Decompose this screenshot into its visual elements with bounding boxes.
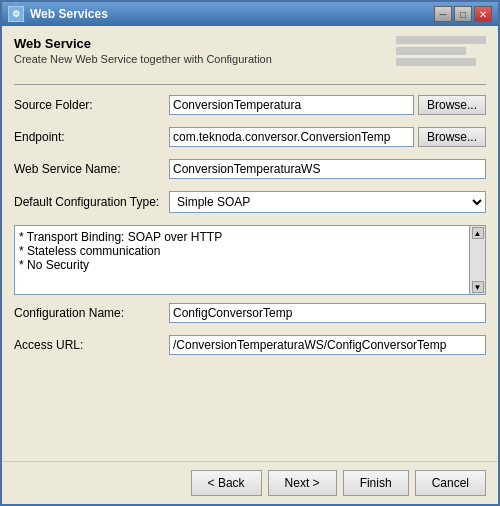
ws-name-input[interactable] [169, 159, 486, 179]
next-button[interactable]: Next > [268, 470, 337, 496]
config-type-select[interactable]: Simple SOAP Document SOAP RPC [169, 191, 486, 213]
endpoint-row: Endpoint: Browse... [14, 127, 486, 147]
close-button[interactable]: ✕ [474, 6, 492, 22]
scroll-up-arrow[interactable]: ▲ [472, 227, 484, 239]
section-title: Web Service [14, 36, 272, 51]
ws-name-label: Web Service Name: [14, 162, 169, 176]
window: ⚙ Web Services ─ □ ✕ Web Service Create … [0, 0, 500, 506]
minimize-button[interactable]: ─ [434, 6, 452, 22]
banner-lines [396, 36, 486, 66]
access-url-input[interactable] [169, 335, 486, 355]
info-scrollbar[interactable]: ▲ ▼ [469, 226, 485, 294]
window-title: Web Services [30, 7, 108, 21]
section-description: Create New Web Service together with Con… [14, 53, 272, 65]
config-name-input[interactable] [169, 303, 486, 323]
source-folder-browse-button[interactable]: Browse... [418, 95, 486, 115]
header-divider [14, 84, 486, 85]
config-type-row: Default Configuration Type: Simple SOAP … [14, 191, 486, 213]
footer: < Back Next > Finish Cancel [2, 461, 498, 504]
title-bar: ⚙ Web Services ─ □ ✕ [2, 2, 498, 26]
source-folder-input[interactable] [169, 95, 414, 115]
maximize-button[interactable]: □ [454, 6, 472, 22]
spacer [14, 367, 486, 451]
title-bar-controls: ─ □ ✕ [434, 6, 492, 22]
main-content: Web Service Create New Web Service toget… [2, 26, 498, 461]
ws-name-row: Web Service Name: [14, 159, 486, 179]
info-line-3: * No Security [19, 258, 463, 272]
config-name-label: Configuration Name: [14, 306, 169, 320]
source-folder-row: Source Folder: Browse... [14, 95, 486, 115]
back-button[interactable]: < Back [191, 470, 262, 496]
scroll-down-arrow[interactable]: ▼ [472, 281, 484, 293]
info-line-1: * Transport Binding: SOAP over HTTP [19, 230, 463, 244]
banner-line-1 [396, 36, 486, 44]
access-url-label: Access URL: [14, 338, 169, 352]
config-type-label: Default Configuration Type: [14, 195, 169, 209]
cancel-button[interactable]: Cancel [415, 470, 486, 496]
endpoint-input[interactable] [169, 127, 414, 147]
web-services-icon: ⚙ [8, 6, 24, 22]
config-name-row: Configuration Name: [14, 303, 486, 323]
endpoint-label: Endpoint: [14, 130, 169, 144]
title-bar-left: ⚙ Web Services [8, 6, 108, 22]
banner-line-2 [396, 47, 466, 55]
finish-button[interactable]: Finish [343, 470, 409, 496]
endpoint-browse-button[interactable]: Browse... [418, 127, 486, 147]
banner-area [396, 36, 486, 66]
source-folder-label: Source Folder: [14, 98, 169, 112]
banner-line-3 [396, 58, 476, 66]
info-box: * Transport Binding: SOAP over HTTP * St… [14, 225, 486, 295]
header-section: Web Service Create New Web Service toget… [14, 36, 486, 70]
info-content: * Transport Binding: SOAP over HTTP * St… [19, 230, 481, 272]
info-line-2: * Stateless communication [19, 244, 463, 258]
access-url-row: Access URL: [14, 335, 486, 355]
header-text: Web Service Create New Web Service toget… [14, 36, 272, 69]
